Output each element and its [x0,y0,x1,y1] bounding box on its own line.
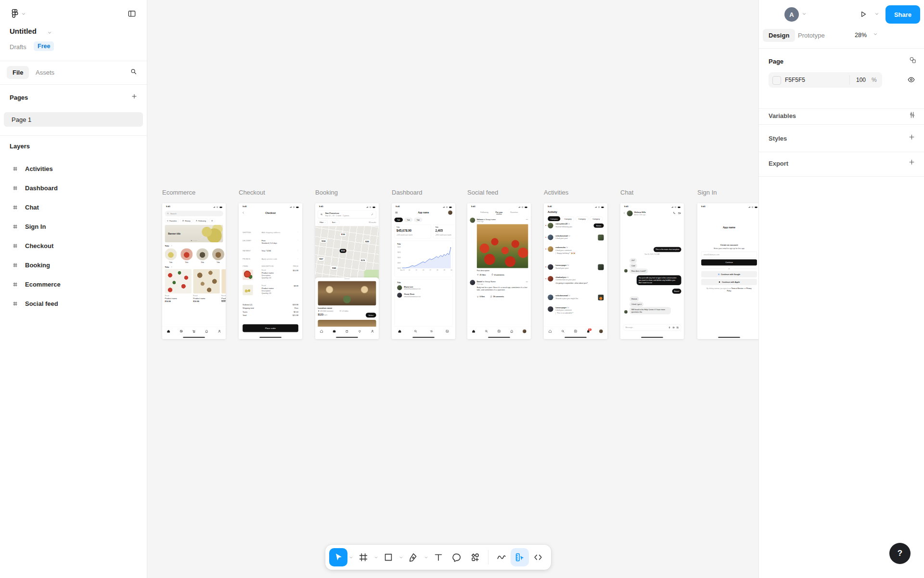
layer-row-ecommerce[interactable]: Ecommerce [0,275,147,294]
shape-tool-dropdown[interactable] [398,548,404,566]
frame-layer-icon [13,166,18,171]
draw-mode-button[interactable] [492,548,511,566]
export-section-title[interactable]: Export [769,160,788,167]
chevD-icon [873,32,878,37]
text-tool[interactable] [429,548,448,566]
frame-title-signin[interactable]: Sign In [697,189,717,197]
frame-chat[interactable]: 9:41Helena HillsActive 11m agoThis is th… [620,203,684,339]
styles-section-title[interactable]: Styles [769,135,787,142]
chevD-icon [399,555,403,560]
figma-logo-icon[interactable] [9,8,19,18]
add-style-icon[interactable] [908,133,915,141]
shape-tool[interactable] [379,548,398,566]
move-tool-dropdown[interactable] [347,548,354,566]
frame-dashboard[interactable]: 9:41App nameTabTabTabTitle$45,678.90+20%… [392,203,455,339]
frame-ecommerce[interactable]: 9:41SearchFavoritesHistoryFollowingBanne… [162,203,226,339]
zoom-level[interactable]: 28% [855,32,867,39]
chevR-icon [297,250,298,251]
dev-mode-button[interactable] [529,548,547,566]
canvas[interactable]: Ecommerce9:41SearchFavoritesHistoryFollo… [147,0,759,578]
listing-per: /night [323,314,327,316]
frame-title-social[interactable]: Social feed [467,189,498,197]
frame-signin[interactable]: 9:41App nameCreate an accountEnter your … [697,203,761,339]
frame-booking[interactable]: 9:41San FranciscoSep 12 – 15 · 1 room · … [315,203,379,339]
layer-row-chat[interactable]: Chat [0,197,147,217]
pen-tool-dropdown[interactable] [423,548,429,566]
layer-row-activities[interactable]: Activities [0,159,147,178]
frame-title-chat[interactable]: Chat [620,189,633,197]
toggle-sidebar-icon[interactable] [127,9,137,18]
opacity-value[interactable]: 100 [856,77,866,83]
add-export-icon[interactable] [908,158,915,166]
frame-title-dashboard[interactable]: Dashboard [392,189,423,197]
design-mode-button[interactable] [511,548,529,566]
chat-bubble-received: Cool [629,263,637,268]
frame-title-activities[interactable]: Activities [544,189,568,197]
unread-dot [545,249,546,250]
signal-icon [366,206,368,208]
comment-tool[interactable] [448,548,466,566]
frame-title-booking[interactable]: Booking [315,189,338,197]
activity-user: nebulanomad 5d [555,295,570,297]
wifi-icon [293,206,295,209]
avatar[interactable]: A [784,7,799,22]
layer-row-checkout[interactable]: Checkout [0,236,147,255]
frame-checkout[interactable]: 9:41CheckoutSHIPPINGAdd shipping address… [239,203,302,339]
phone-screen-booking: 9:41San FranciscoSep 12 – 15 · 1 room · … [315,203,379,339]
move-tool[interactable] [329,548,347,566]
frame-title-checkout[interactable]: Checkout [239,189,265,197]
summary-value: $19.98 [282,304,298,306]
variables-section-title[interactable]: Variables [769,112,796,119]
layer-row-sign-in[interactable]: Sign In [0,217,147,236]
tab-design[interactable]: Design [763,29,795,42]
frame-activities[interactable]: 9:41ActivityCategoryCategoryCategoryCate… [544,203,607,339]
nav-badge: 6 [588,328,591,331]
add-page-icon[interactable] [131,93,138,100]
frame-social[interactable]: 9:41FollowingFor youFavoritesHelena in G… [467,203,531,339]
pen-tool-glyph [408,552,419,563]
share-button[interactable]: Share [886,5,920,24]
layer-row-booking[interactable]: Booking [0,255,147,275]
wifi-icon [751,206,754,209]
workspace-chevron-icon[interactable] [21,12,26,16]
help-button[interactable]: ? [889,543,911,564]
tab-prototype[interactable]: Prototype [798,32,825,39]
zoom-chevron-icon[interactable] [873,32,878,37]
search-icon[interactable] [130,68,137,75]
frame-title-ecommerce[interactable]: Ecommerce [162,189,195,197]
pen-tool[interactable] [404,548,423,566]
variables-icon[interactable] [908,111,916,119]
color-swatch[interactable] [772,76,781,85]
layer-label: Ecommerce [25,281,61,288]
play-chevron-icon[interactable] [874,12,879,16]
status-time: 9:41 [701,205,706,208]
color-hex-value[interactable]: F5F5F5 [785,77,805,83]
title-chevron-icon[interactable] [47,30,52,35]
play-icon[interactable] [859,10,867,18]
avatar-chevron-icon[interactable] [802,12,807,16]
visibility-eye-icon[interactable] [907,76,915,84]
apply-styles-icon[interactable] [909,56,917,64]
signal-icon [671,206,673,208]
swap-icon [430,329,433,333]
stat-delta: +20% month over month [397,234,412,236]
breadcrumb-drafts[interactable]: Drafts [10,43,26,51]
activity-user: emberecho 2d [555,247,567,249]
row-value: Add shipping address [261,231,280,234]
tab-assets[interactable]: Assets [36,69,54,76]
layer-row-social-feed[interactable]: Social feed [0,294,147,313]
chart-title: Title [397,243,401,245]
row-label: PROMOS [243,258,250,260]
signal-icon [213,206,215,208]
battery-icon [449,205,452,209]
layer-row-dashboard[interactable]: Dashboard [0,178,147,197]
actions-tool[interactable] [466,548,484,566]
frame-tool[interactable] [354,548,372,566]
page-item-selected[interactable]: Page 1 [4,112,143,127]
frame-tool-dropdown[interactable] [372,548,379,566]
tab-file[interactable]: File [7,66,29,79]
page-color-row[interactable]: F5F5F5 100 % [769,72,882,88]
file-title[interactable]: Untitled [10,27,37,35]
chart-y-tick: $35K [396,262,401,263]
status-icons [671,205,681,209]
